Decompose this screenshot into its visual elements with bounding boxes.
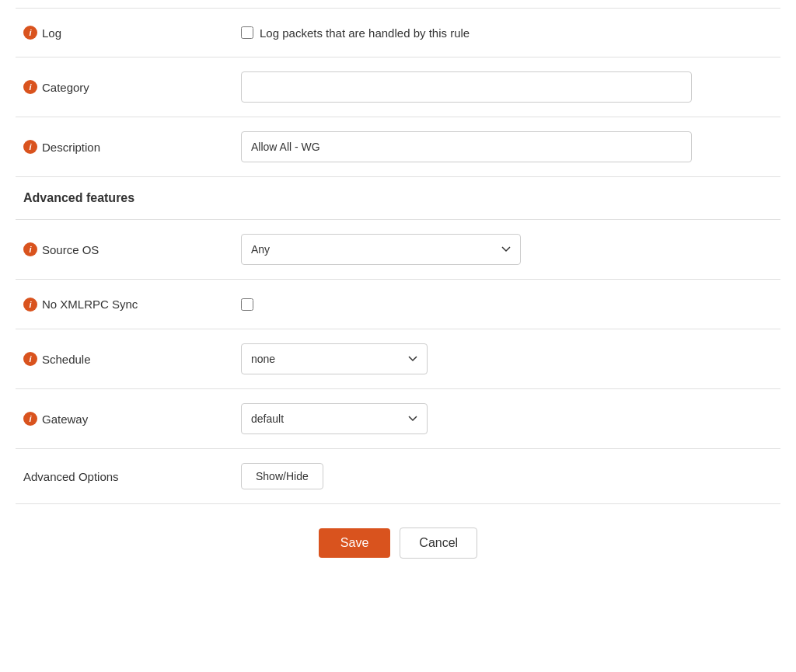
log-label-col: i Log <box>23 26 241 40</box>
source-os-info-icon: i <box>23 242 37 256</box>
save-button[interactable]: Save <box>319 528 390 558</box>
log-info-icon: i <box>23 26 37 40</box>
form-container: i Log Log packets that are handled by th… <box>0 0 796 590</box>
category-input[interactable] <box>241 71 692 103</box>
category-input-col <box>241 71 773 103</box>
description-row: i Description <box>16 117 780 177</box>
description-info-icon: i <box>23 140 37 154</box>
description-label-col: i Description <box>23 140 241 154</box>
advanced-options-row: Advanced Options Show/Hide <box>16 449 780 504</box>
schedule-row: i Schedule none always weekdays weekends <box>16 329 780 389</box>
show-hide-button[interactable]: Show/Hide <box>241 463 323 489</box>
source-os-label-col: i Source OS <box>23 242 241 256</box>
source-os-input-col: Any Windows Linux macOS Android iOS <box>241 234 773 265</box>
no-xmlrpc-sync-info-icon: i <box>23 298 37 312</box>
no-xmlrpc-sync-label-col: i No XMLRPC Sync <box>23 298 241 312</box>
description-label: Description <box>42 141 100 154</box>
no-xmlrpc-sync-label: No XMLRPC Sync <box>42 298 138 311</box>
no-xmlrpc-sync-checkbox[interactable] <box>241 298 253 311</box>
no-xmlrpc-sync-row: i No XMLRPC Sync <box>16 280 780 329</box>
log-input-col: Log packets that are handled by this rul… <box>241 26 773 40</box>
log-label: Log <box>42 26 61 40</box>
gateway-input-col: default WAN LAN VPN <box>241 403 773 434</box>
schedule-select[interactable]: none always weekdays weekends <box>241 343 428 374</box>
gateway-label-col: i Gateway <box>23 412 241 426</box>
description-input[interactable] <box>241 131 692 162</box>
log-checkbox-label[interactable]: Log packets that are handled by this rul… <box>241 26 470 40</box>
advanced-options-input-col: Show/Hide <box>241 463 773 489</box>
source-os-row: i Source OS Any Windows Linux macOS Andr… <box>16 220 780 280</box>
schedule-label-col: i Schedule <box>23 352 241 366</box>
gateway-info-icon: i <box>23 412 37 426</box>
no-xmlrpc-sync-input-col <box>241 298 773 311</box>
gateway-label: Gateway <box>42 413 88 426</box>
category-label: Category <box>42 81 89 94</box>
log-checkbox[interactable] <box>241 26 253 39</box>
source-os-label: Source OS <box>42 243 99 256</box>
gateway-row: i Gateway default WAN LAN VPN <box>16 389 780 449</box>
advanced-features-title: Advanced features <box>16 177 780 220</box>
schedule-label: Schedule <box>42 353 91 366</box>
category-row: i Category <box>16 57 780 117</box>
schedule-info-icon: i <box>23 352 37 366</box>
advanced-options-label-col: Advanced Options <box>23 470 241 483</box>
gateway-select[interactable]: default WAN LAN VPN <box>241 403 428 434</box>
description-input-col <box>241 131 773 162</box>
log-row: i Log Log packets that are handled by th… <box>16 8 780 57</box>
source-os-select[interactable]: Any Windows Linux macOS Android iOS <box>241 234 521 265</box>
schedule-input-col: none always weekdays weekends <box>241 343 773 374</box>
category-label-col: i Category <box>23 80 241 94</box>
category-info-icon: i <box>23 80 37 94</box>
cancel-button[interactable]: Cancel <box>400 528 477 559</box>
footer-row: Save Cancel <box>16 504 780 582</box>
advanced-options-label: Advanced Options <box>23 470 119 483</box>
log-checkbox-text: Log packets that are handled by this rul… <box>260 26 470 40</box>
